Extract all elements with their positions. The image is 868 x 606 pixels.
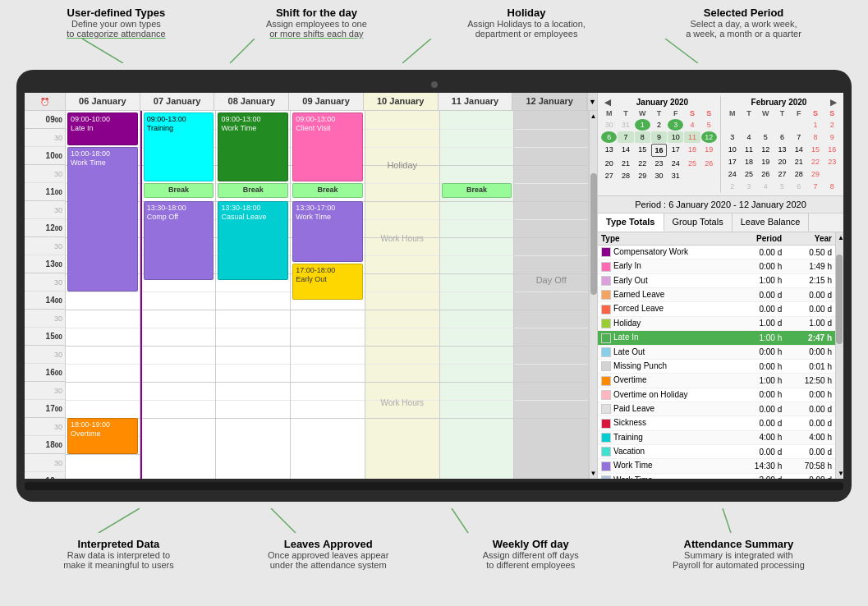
jan-day-10[interactable]: 10 [668,131,683,143]
rp-scroll-up[interactable]: ▲ [836,232,843,243]
feb-day-15[interactable]: 15 [807,144,823,155]
event-break-09[interactable]: Break [292,183,363,198]
feb-day-om4[interactable]: 4 [758,181,774,192]
table-row[interactable]: Paid Leave0.00 d0.00 d [598,402,835,415]
jan-day-26[interactable]: 26 [701,158,717,169]
feb-day-21[interactable]: 21 [791,156,806,168]
jan-day-30[interactable]: 30 [651,170,667,181]
jan-day-21[interactable]: 21 [618,158,633,169]
feb-day-23[interactable]: 23 [824,156,840,168]
feb-day-17[interactable]: 17 [724,156,740,168]
feb-day-9[interactable]: 9 [824,131,840,143]
tab-leave-balance[interactable]: Leave Balance [733,213,810,232]
feb-day-26[interactable]: 26 [758,168,774,180]
jan-day-30-om[interactable]: 30 [601,119,617,131]
feb-day-27[interactable]: 27 [774,168,790,180]
feb-day-4[interactable]: 4 [741,131,756,143]
table-row[interactable]: Forced Leave0.00 d0.00 d [598,302,835,316]
feb-day-12[interactable]: 12 [758,144,774,155]
table-row[interactable]: Missing Punch0:00 h0:01 h [598,359,835,373]
feb-day-om5[interactable]: 5 [774,181,790,192]
feb-day-1[interactable]: 1 [807,119,823,131]
jan-day-25[interactable]: 25 [684,158,700,169]
event-break-11[interactable]: Break [442,183,512,198]
type-table-wrap[interactable]: Type Period Year Compensatory Work0.00 d… [598,232,835,479]
jan-day-23[interactable]: 23 [651,158,667,169]
jan-day-1[interactable]: 1 [635,119,650,131]
event-worktime-09[interactable]: 13:30-17:00Work Time [292,201,363,262]
feb-day-om3[interactable]: 3 [741,181,756,192]
event-overtime-06[interactable]: 18:00-19:00Overtime [67,418,138,454]
table-row[interactable]: Late Out0:00 h0:00 h [598,345,835,359]
feb-day-6[interactable]: 6 [774,131,790,143]
table-row[interactable]: Training4:00 h4:00 h [598,430,835,444]
jan-day-24[interactable]: 24 [668,158,683,169]
feb-day-om6[interactable]: 6 [791,181,806,192]
jan-day-31-om[interactable]: 31 [618,119,633,131]
jan-day-31[interactable]: 31 [668,170,683,181]
table-row[interactable]: Vacation0.00 d0.00 d [598,445,835,459]
jan-day-17[interactable]: 17 [668,144,683,157]
event-work-time-06[interactable]: 10:00-18:00Work Time [67,147,138,292]
jan-day-16[interactable]: 16 [651,144,667,157]
event-client-visit-09[interactable]: 09:00-13:00Client Visit [292,112,363,181]
table-row[interactable]: Late In1:00 h2:47 h [598,331,835,345]
feb-day-10[interactable]: 10 [724,144,740,155]
feb-day-16[interactable]: 16 [824,144,840,155]
table-row[interactable]: Early In0:00 h1:49 h [598,259,835,273]
jan-day-6[interactable]: 6 [601,131,617,143]
feb-day-22[interactable]: 22 [807,156,823,168]
jan-day-22[interactable]: 22 [635,158,650,169]
event-early-out-09[interactable]: 17:00-18:00Early Out [292,264,363,300]
jan-day-14[interactable]: 14 [618,144,633,157]
table-row[interactable]: Sickness0.00 d0.00 d [598,416,835,430]
jan-day-11[interactable]: 11 [684,131,700,143]
feb-day-3[interactable]: 3 [724,131,740,143]
table-row[interactable]: Work Time2.00 d9.00 d [598,473,835,479]
feb-day-19[interactable]: 19 [758,156,774,168]
scroll-down-arrow[interactable]: ▼ [587,93,597,110]
table-row[interactable]: Early Out1:00 h2:15 h [598,273,835,287]
event-break-08[interactable]: Break [218,183,288,198]
tab-group-totals[interactable]: Group Totals [664,213,733,232]
feb-day-8[interactable]: 8 [807,131,823,143]
feb-day-7[interactable]: 7 [791,131,806,143]
jan-day-3[interactable]: 3 [668,119,683,131]
jan-day-4[interactable]: 4 [684,119,700,131]
table-row[interactable]: Earned Leave0.00 d0.00 d [598,288,835,302]
jan-day-13[interactable]: 13 [601,144,617,157]
jan-day-5[interactable]: 5 [701,119,717,131]
scroll-down-btn[interactable]: ▼ [589,468,597,479]
table-row[interactable]: Compensatory Work0.00 d0.50 d [598,246,835,259]
tab-type-totals[interactable]: Type Totals [598,213,664,232]
jan-day-29[interactable]: 29 [635,170,650,181]
feb-day-28[interactable]: 28 [791,168,806,180]
event-comp-off-07[interactable]: 13:30-18:00Comp Off [144,201,214,280]
feb-day-2[interactable]: 2 [824,119,840,131]
feb-day-om7[interactable]: 7 [807,181,823,192]
vertical-scrollbar[interactable]: ▲ ▼ [589,111,597,479]
feb-next-btn[interactable]: ▶ [830,98,837,107]
jan-day-1-om[interactable] [684,170,700,181]
feb-day-5[interactable]: 5 [758,131,774,143]
table-row[interactable]: Holiday1.00 d1.00 d [598,316,835,330]
jan-day-9[interactable]: 9 [651,131,667,143]
jan-day-28[interactable]: 28 [618,170,633,181]
jan-day-19[interactable]: 19 [701,144,717,157]
feb-day-25[interactable]: 25 [741,168,756,180]
feb-day-18[interactable]: 18 [741,156,756,168]
jan-day-12[interactable]: 12 [701,131,717,143]
jan-day-20[interactable]: 20 [601,158,617,169]
feb-day-11[interactable]: 11 [741,144,756,155]
jan-day-27[interactable]: 27 [601,170,617,181]
jan-day-7[interactable]: 7 [618,131,633,143]
table-row[interactable]: Overtime on Holiday0:00 h0:00 h [598,388,835,402]
jan-day-18[interactable]: 18 [684,144,700,157]
scroll-up-btn[interactable]: ▲ [589,111,597,122]
jan-day-15[interactable]: 15 [635,144,650,157]
feb-day-13[interactable]: 13 [774,144,790,155]
right-panel-scrollbar[interactable]: ▲ ▼ [835,232,843,479]
jan-day-8[interactable]: 8 [635,131,650,143]
event-training-07[interactable]: 09:00-13:00Training [144,112,214,181]
rp-scroll-down[interactable]: ▼ [836,468,843,479]
